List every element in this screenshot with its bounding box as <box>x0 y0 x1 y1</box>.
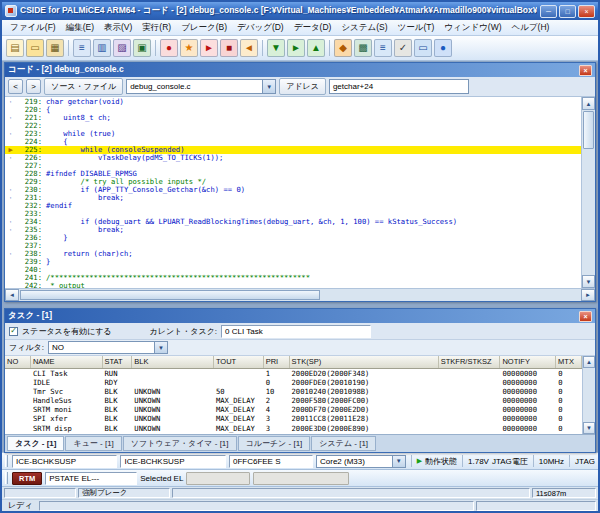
column-header-tout[interactable]: TOUT <box>214 356 264 368</box>
table-row[interactable]: IDLERDY02000FDE0(20010190)000000000 <box>5 378 582 387</box>
scroll-right-icon[interactable]: ► <box>581 289 595 301</box>
menu-item-11[interactable]: ヘルプ(H) <box>507 21 555 35</box>
table-row[interactable]: SRTM dispBLKUNKOWNMAX_DELAY32000E3D0(200… <box>5 424 582 433</box>
column-header-no[interactable]: NO <box>5 356 31 368</box>
memory-window-icon[interactable]: ▨ <box>113 39 131 57</box>
watch-window-icon[interactable]: ▥ <box>93 39 111 57</box>
table-row[interactable]: CLI TaskRUN12000ED20(2000F348)000000000 <box>5 369 582 378</box>
menu-item-2[interactable]: 編集(E) <box>61 21 99 35</box>
reset-icon[interactable]: ◄ <box>240 39 258 57</box>
code-window-icon[interactable]: ≡ <box>73 39 91 57</box>
step-over-icon[interactable]: ► <box>287 39 305 57</box>
view-tab-1[interactable]: タスク - [1] <box>7 436 64 451</box>
drag-grip[interactable] <box>5 472 8 484</box>
drag-grip[interactable] <box>5 455 8 467</box>
code-line-231[interactable]: ·231: break; <box>5 194 581 202</box>
source-file-select[interactable]: debug_console.c ▼ <box>126 79 276 94</box>
nav-back-button[interactable]: < <box>8 79 23 94</box>
menu-item-3[interactable]: 表示(V) <box>99 21 137 35</box>
chip-config-icon[interactable]: ▩ <box>354 39 372 57</box>
view-tab-3[interactable]: ソフトウェア・タイマ - [1] <box>123 436 237 451</box>
menu-item-4[interactable]: 実行(R) <box>137 21 176 35</box>
run-state-label: 動作状態 <box>425 456 457 467</box>
scrollbar-thumb[interactable] <box>583 111 594 149</box>
code-line-226[interactable]: ·226: vTaskDelay(pdMS_TO_TICKS(1)); <box>5 154 581 162</box>
table-scrollbar[interactable]: ▲ ▼ <box>582 356 595 434</box>
table-row[interactable]: SRTM moniBLKUNKOWNMAX_DELAY42000DF70(200… <box>5 405 582 414</box>
code-line-232[interactable]: 232:#endif <box>5 202 581 210</box>
core-select[interactable]: Core2 (M33) ▼ <box>316 455 406 468</box>
address-label: アドレス <box>279 78 326 95</box>
view-tab-4[interactable]: コルーチン - [1] <box>238 436 311 451</box>
menu-item-7[interactable]: データ(D) <box>289 21 337 35</box>
help-globe-icon[interactable]: ● <box>434 39 452 57</box>
column-header-pri[interactable]: PRI <box>264 356 290 368</box>
status-enable-checkbox[interactable]: ✓ <box>9 327 18 336</box>
table-row[interactable]: Tmr SvcBLKUNKOWN501020010240(2001098B)00… <box>5 387 582 396</box>
open-project-icon[interactable]: ▭ <box>26 39 44 57</box>
step-out-icon[interactable]: ▲ <box>307 39 325 57</box>
event-break-icon[interactable]: ★ <box>180 39 198 57</box>
breakpoint-gutter: · <box>5 130 16 138</box>
menu-item-1[interactable]: ファイル(F) <box>5 21 61 35</box>
chevron-down-icon[interactable]: ▼ <box>392 456 405 467</box>
maximize-button[interactable]: □ <box>559 5 576 18</box>
code-line-241[interactable]: 241:/***********************************… <box>5 274 581 282</box>
column-header-stat[interactable]: STAT <box>103 356 133 368</box>
menu-item-5[interactable]: ブレーク(B) <box>176 21 232 35</box>
chevron-down-icon[interactable]: ▼ <box>262 80 275 93</box>
code-line-221[interactable]: ·221: uint8_t ch; <box>5 114 581 122</box>
view-tab-2[interactable]: キュー - [1] <box>65 436 121 451</box>
code-line-223[interactable]: ·223: while (true) <box>5 130 581 138</box>
run-icon[interactable]: ► <box>200 39 218 57</box>
tools-icon[interactable]: ✓ <box>394 39 412 57</box>
code-line-238[interactable]: ·238: return (char)ch; <box>5 250 581 258</box>
scroll-up-icon[interactable]: ▲ <box>582 97 595 110</box>
shared-folder-icon[interactable]: ▭ <box>414 39 432 57</box>
menu-item-9[interactable]: ツール(T) <box>393 21 440 35</box>
chevron-down-icon[interactable]: ▼ <box>154 342 167 353</box>
scroll-left-icon[interactable]: ◄ <box>5 289 19 301</box>
task-window-close-icon[interactable]: × <box>579 311 592 322</box>
column-header-stkfr-stksz[interactable]: STKFR/STKSZ <box>439 356 501 368</box>
column-header-notify[interactable]: NOTIFY <box>500 356 556 368</box>
minimize-button[interactable]: ─ <box>540 5 557 18</box>
nav-forward-button[interactable]: > <box>26 79 41 94</box>
table-row[interactable]: HandleSusBLKUNKOWNMAX_DELAY22000F580(200… <box>5 396 582 405</box>
code-line-239[interactable]: 239:} <box>5 258 581 266</box>
scroll-down-icon[interactable]: ▼ <box>583 422 595 434</box>
rtm-badge[interactable]: RTM <box>12 472 42 485</box>
cell: SRTM moni <box>31 405 103 414</box>
breakpoint-icon[interactable]: ● <box>160 39 178 57</box>
task-window-titlebar[interactable]: タスク - [1] × <box>5 309 595 323</box>
code-window-titlebar[interactable]: コード - [2] debug_console.c × <box>5 63 595 77</box>
flash-write-icon[interactable]: ◆ <box>334 39 352 57</box>
vertical-scrollbar[interactable]: ▲ ▼ <box>581 97 595 288</box>
column-header-blk[interactable]: BLK <box>132 356 214 368</box>
horizontal-scrollbar[interactable]: ◄ ► <box>5 288 595 301</box>
scrollbar-thumb[interactable] <box>20 290 320 300</box>
menu-item-10[interactable]: ウィンドウ(W) <box>439 21 506 35</box>
code-window-close-icon[interactable]: × <box>579 65 592 76</box>
address-input[interactable]: getchar+24 <box>329 79 469 94</box>
scroll-up-icon[interactable]: ▲ <box>583 356 595 368</box>
task-window-icon[interactable]: ≡ <box>374 39 392 57</box>
code-line-219[interactable]: ·219:char getchar(void) <box>5 98 581 106</box>
close-button[interactable]: × <box>578 5 595 18</box>
view-tab-5[interactable]: システム - [1] <box>311 436 376 451</box>
column-header-name[interactable]: NAME <box>31 356 103 368</box>
scroll-down-icon[interactable]: ▼ <box>582 275 595 288</box>
save-icon[interactable]: ▦ <box>46 39 64 57</box>
table-row[interactable]: SPI xferBLKUNKOWNMAX_DELAY320011CC8(2001… <box>5 414 582 423</box>
code-line-236[interactable]: 236: } <box>5 234 581 242</box>
step-into-icon[interactable]: ▼ <box>267 39 285 57</box>
register-window-icon[interactable]: ▣ <box>133 39 151 57</box>
menu-item-6[interactable]: デバッグ(D) <box>232 21 289 35</box>
stop-icon[interactable]: ■ <box>220 39 238 57</box>
filter-select[interactable]: NO ▼ <box>48 341 168 354</box>
menu-item-8[interactable]: システム(S) <box>336 21 392 35</box>
column-header-stk-sp-[interactable]: STK(SP) <box>290 356 439 368</box>
column-header-mtx[interactable]: MTX <box>556 356 582 368</box>
code-line-235[interactable]: ·235: break; <box>5 226 581 234</box>
new-document-icon[interactable]: ▤ <box>6 39 24 57</box>
